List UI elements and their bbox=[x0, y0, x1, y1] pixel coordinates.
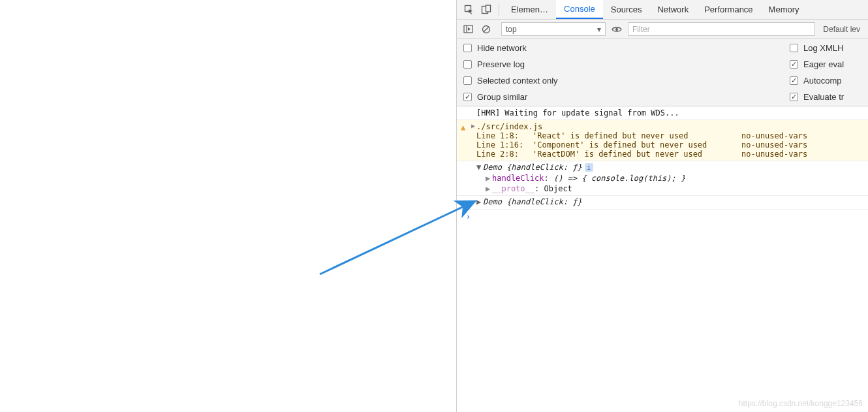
chevron-down-icon: ▾ bbox=[597, 25, 601, 34]
separator bbox=[499, 4, 499, 16]
console-settings: Hide network Preserve log Selected conte… bbox=[457, 39, 868, 106]
live-expression-icon[interactable] bbox=[610, 22, 624, 37]
tab-performance[interactable]: Performance bbox=[696, 0, 760, 19]
svg-point-9 bbox=[615, 28, 618, 31]
tab-memory[interactable]: Memory bbox=[761, 0, 807, 19]
devtools-tabs: Elemen… Console Sources Network Performa… bbox=[503, 0, 807, 19]
log-object-expanded[interactable]: ▼Demo {handleClick: ƒ}i bbox=[457, 161, 868, 173]
opt-group-similar[interactable]: Group similar bbox=[463, 92, 790, 102]
object-properties: ▶handleClick: () => { console.log(this);… bbox=[457, 173, 868, 194]
log-levels-select[interactable]: Default lev bbox=[819, 25, 864, 34]
clear-console-icon[interactable] bbox=[479, 22, 493, 37]
disclosure-triangle-icon[interactable]: ▶ bbox=[486, 174, 492, 183]
opt-evaluate-trigger[interactable]: Evaluate tr bbox=[790, 92, 861, 102]
disclosure-triangle-icon[interactable]: ▶ bbox=[471, 122, 475, 129]
log-message[interactable]: [HMR] Waiting for update signal from WDS… bbox=[457, 106, 868, 120]
watermark: https://blog.csdn.net/kongge123456 bbox=[739, 399, 863, 408]
log-warning[interactable]: ▲ ▶ ./src/index.js Line 1:8:'React' is d… bbox=[457, 120, 868, 161]
log-object-collapsed[interactable]: ▶Demo {handleClick: ƒ} bbox=[457, 196, 868, 208]
warning-icon: ▲ bbox=[461, 123, 465, 132]
opt-preserve-log[interactable]: Preserve log bbox=[463, 59, 790, 69]
devtools-tabs-bar: Elemen… Console Sources Network Performa… bbox=[457, 0, 868, 20]
disclosure-triangle-icon[interactable]: ▶ bbox=[476, 197, 483, 206]
console-toolbar: top ▾ Default lev bbox=[457, 20, 868, 39]
disclosure-triangle-icon[interactable]: ▶ bbox=[486, 184, 492, 193]
tab-sources[interactable]: Sources bbox=[603, 0, 650, 19]
disclosure-triangle-down-icon[interactable]: ▼ bbox=[476, 163, 483, 172]
console-log-area[interactable]: [HMR] Waiting for update signal from WDS… bbox=[457, 106, 868, 412]
svg-line-8 bbox=[484, 27, 489, 32]
device-toggle-icon[interactable] bbox=[478, 1, 495, 18]
opt-hide-network[interactable]: Hide network bbox=[463, 43, 790, 53]
inspect-icon[interactable] bbox=[461, 1, 478, 18]
execution-context-select[interactable]: top ▾ bbox=[501, 22, 606, 36]
warning-file: ./src/index.js bbox=[476, 122, 542, 131]
svg-rect-3 bbox=[486, 5, 491, 12]
console-filter-input[interactable] bbox=[628, 22, 815, 36]
console-sidebar-toggle-icon[interactable] bbox=[461, 22, 475, 37]
opt-selected-context[interactable]: Selected context only bbox=[463, 76, 790, 86]
svg-marker-6 bbox=[468, 27, 471, 31]
object-property-proto[interactable]: ▶__proto__: Object bbox=[486, 183, 868, 194]
devtools-panel: Elemen… Console Sources Network Performa… bbox=[457, 0, 868, 412]
console-prompt[interactable] bbox=[457, 210, 868, 215]
tab-elements[interactable]: Elemen… bbox=[503, 0, 556, 19]
opt-autocomplete[interactable]: Autocomp bbox=[790, 76, 861, 86]
svg-line-0 bbox=[320, 201, 475, 274]
page-content-pane bbox=[0, 0, 457, 412]
tab-console[interactable]: Console bbox=[556, 0, 603, 19]
context-label: top bbox=[506, 25, 517, 34]
tab-network[interactable]: Network bbox=[649, 0, 696, 19]
opt-eager-eval[interactable]: Eager eval bbox=[790, 59, 861, 69]
info-badge-icon[interactable]: i bbox=[585, 163, 593, 172]
object-property[interactable]: ▶handleClick: () => { console.log(this);… bbox=[486, 173, 868, 183]
opt-log-xmlhttp[interactable]: Log XMLH bbox=[790, 43, 861, 53]
